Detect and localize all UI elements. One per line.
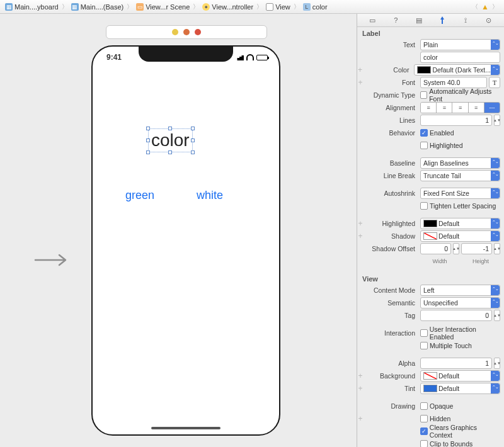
add-highlighted[interactable]: + xyxy=(357,219,364,228)
button-green[interactable]: green xyxy=(125,189,154,202)
crumb-vc[interactable]: ●View...ntroller xyxy=(200,3,256,11)
status-icons xyxy=(235,54,268,60)
notch xyxy=(139,47,233,62)
opaque-checkbox[interactable] xyxy=(420,402,428,410)
tighten-checkbox[interactable] xyxy=(420,202,428,210)
crumb-label[interactable]: Lcolor xyxy=(301,3,330,11)
shadow-width-stepper[interactable]: ▲▼ xyxy=(453,243,459,254)
add-shadow[interactable]: + xyxy=(357,232,364,240)
font-picker-button[interactable]: T xyxy=(489,77,500,88)
shadow-height-stepper[interactable]: ▲▼ xyxy=(494,243,500,254)
tab-help[interactable]: ? xyxy=(389,14,402,26)
add-background[interactable]: + xyxy=(357,371,364,380)
shadow-swatch-icon xyxy=(423,232,437,240)
user-interaction-checkbox[interactable] xyxy=(420,329,428,337)
color-popup[interactable]: Default (Dark Text... xyxy=(414,64,500,76)
tab-file[interactable]: ▭ xyxy=(366,14,379,26)
inspector-panel: ▭ ? ▤ ⟟ ⊙ Label TextPlain color +ColorDe… xyxy=(357,14,504,447)
entry-arrow-icon xyxy=(34,253,71,268)
scene-dot-2 xyxy=(183,29,190,35)
shadow-popup[interactable]: Default xyxy=(420,230,500,242)
dyntype-checkbox[interactable] xyxy=(420,91,427,99)
highlighted-swatch-icon xyxy=(423,220,437,227)
tab-connections[interactable]: ⊙ xyxy=(483,14,495,26)
wifi-icon xyxy=(246,54,254,60)
hidden-checkbox[interactable] xyxy=(420,415,428,422)
crumb-scene[interactable]: ▭View...r Scene xyxy=(134,3,192,11)
section-label: Label xyxy=(357,27,504,38)
semantic-popup[interactable]: Unspecified xyxy=(420,297,500,308)
highlighted-popup[interactable]: Default xyxy=(420,218,500,229)
multitouch-checkbox[interactable] xyxy=(420,342,428,349)
bg-swatch-icon xyxy=(423,372,437,380)
add-drawing[interactable]: + xyxy=(357,414,364,423)
selected-uilabel[interactable]: color xyxy=(148,128,193,152)
crumb-base[interactable]: ▦Main....(Base) xyxy=(69,3,126,11)
highlighted-checkbox[interactable] xyxy=(420,142,428,149)
nav-fwd-icon[interactable]: 〉 xyxy=(491,3,499,11)
add-tint[interactable]: + xyxy=(357,384,364,393)
font-field[interactable]: System 40.0 xyxy=(420,77,487,88)
section-view: View xyxy=(357,273,504,284)
alpha-stepper[interactable]: ▲▼ xyxy=(494,358,500,369)
tint-swatch-icon xyxy=(423,385,437,392)
tag-stepper[interactable]: ▲▼ xyxy=(494,310,500,321)
content-mode-popup[interactable]: Left xyxy=(420,285,500,296)
lines-field[interactable]: 1 xyxy=(420,115,492,126)
text-type-popup[interactable]: Plain xyxy=(420,39,500,50)
autoshrink-popup[interactable]: Fixed Font Size xyxy=(420,188,500,199)
alignment-segmented[interactable]: ≡≡≡≡--- xyxy=(420,102,500,113)
tab-size[interactable]: ⟟ xyxy=(459,14,472,26)
linebreak-popup[interactable]: Truncate Tail xyxy=(420,170,500,181)
canvas[interactable]: 9:41 color green white xyxy=(0,14,357,447)
alpha-field[interactable]: 1 xyxy=(420,358,492,369)
phone-frame: 9:41 color green white xyxy=(91,45,280,436)
tint-popup[interactable]: Default xyxy=(420,383,500,394)
status-time: 9:41 xyxy=(106,53,122,62)
breadcrumb-bar: ▦Main....yboard〉 ▦Main....(Base)〉 ▭View.… xyxy=(0,0,504,14)
nav-back-icon[interactable]: 〈 xyxy=(471,3,479,11)
text-value-field[interactable]: color xyxy=(420,52,500,63)
lines-stepper[interactable]: ▲▼ xyxy=(494,115,500,126)
background-popup[interactable]: Default xyxy=(420,370,500,382)
tab-attributes[interactable] xyxy=(436,14,449,26)
scene-dot-1 xyxy=(172,29,178,35)
clip-checkbox[interactable] xyxy=(420,440,428,447)
warning-icon[interactable]: ▲ xyxy=(481,3,489,11)
text-label: Text xyxy=(366,41,418,48)
tag-field[interactable]: 0 xyxy=(420,310,492,321)
color-swatch-icon xyxy=(417,66,431,74)
battery-icon xyxy=(256,55,268,60)
crumb-storyboard[interactable]: ▦Main....yboard xyxy=(3,3,61,11)
baseline-popup[interactable]: Align Baselines xyxy=(420,157,500,169)
add-font[interactable]: + xyxy=(357,78,364,87)
shadow-width-field[interactable]: 0 xyxy=(420,243,451,254)
enabled-checkbox[interactable]: ✓ xyxy=(420,129,428,137)
scene-title-bar[interactable] xyxy=(106,25,267,39)
tab-identity[interactable]: ▤ xyxy=(413,14,425,26)
clears-checkbox[interactable]: ✓ xyxy=(420,427,428,435)
signal-icon xyxy=(235,54,244,60)
crumb-view[interactable]: View xyxy=(263,3,293,11)
home-indicator xyxy=(151,427,220,429)
button-white[interactable]: white xyxy=(197,189,223,202)
shadow-height-field[interactable]: -1 xyxy=(461,243,492,254)
inspector-tabs: ▭ ? ▤ ⟟ ⊙ xyxy=(357,14,504,27)
scene-dot-3 xyxy=(195,29,201,35)
add-color[interactable]: + xyxy=(357,65,363,74)
